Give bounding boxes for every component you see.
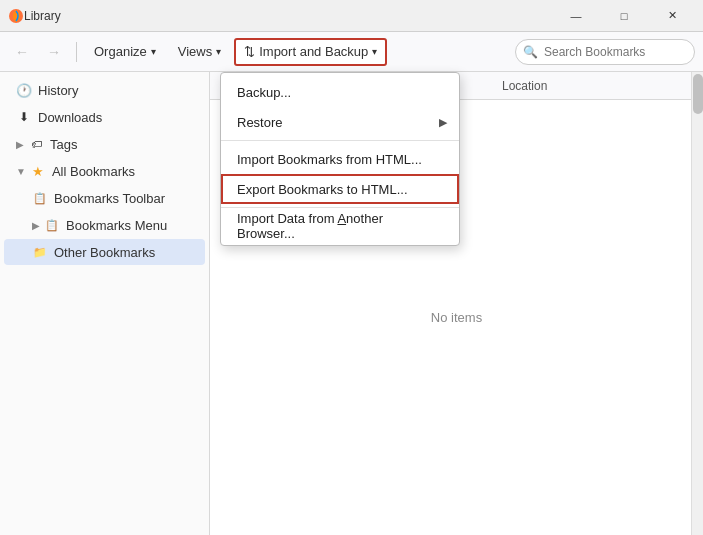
views-chevron-icon: ▾ [216,46,221,57]
tags-icon: 🏷 [28,138,44,150]
organize-label: Organize [94,44,147,59]
menu-separator-1 [221,140,459,141]
scrollbar-thumb[interactable] [693,74,703,114]
restore-label: Restore [237,115,283,130]
sidebar-item-all-bookmarks[interactable]: ▼ ★ All Bookmarks [4,158,205,184]
close-button[interactable]: ✕ [649,2,695,30]
import-backup-label: Import and Backup [259,44,368,59]
menu-item-import-browser[interactable]: Import Data from Another Browser... [221,211,459,241]
toolbar-separator-1 [76,42,77,62]
firefox-logo-icon [8,8,24,24]
menu-item-backup[interactable]: Backup... [221,77,459,107]
export-html-label: Export Bookmarks to HTML... [237,182,408,197]
backup-label: Backup... [237,85,291,100]
other-bookmarks-icon: 📁 [32,246,48,259]
search-input[interactable] [515,39,695,65]
scrollbar-track [691,72,703,535]
sidebar-item-history[interactable]: 🕐 History [4,77,205,103]
sidebar-item-tags[interactable]: ▶ 🏷 Tags [4,131,205,157]
organize-button[interactable]: Organize ▾ [85,38,165,66]
menu-separator-2 [221,207,459,208]
menu-item-export-html[interactable]: Export Bookmarks to HTML... [221,174,459,204]
bookmarks-menu-icon: 📋 [44,219,60,232]
window-controls: — □ ✕ [553,2,695,30]
bookmarks-toolbar-icon: 📋 [32,192,48,205]
downloads-icon: ⬇ [16,110,32,124]
bookmarks-menu-arrow: ▶ [32,220,40,231]
sidebar: 🕐 History ⬇ Downloads ▶ 🏷 Tags ▼ ★ All B… [0,72,210,535]
import-backup-arrows-icon: ⇅ [244,44,255,59]
sidebar-item-bookmarks-menu-label: Bookmarks Menu [66,218,197,233]
import-browser-label: Import Data from Another Browser... [237,211,443,241]
search-box: 🔍 [515,39,695,65]
all-bookmarks-collapse-arrow: ▼ [16,166,26,177]
sidebar-item-other-bookmarks-label: Other Bookmarks [54,245,197,260]
menu-item-import-html[interactable]: Import Bookmarks from HTML... [221,144,459,174]
sidebar-item-downloads[interactable]: ⬇ Downloads [4,104,205,130]
back-button[interactable]: ← [8,38,36,66]
import-backup-button[interactable]: ⇅ Import and Backup ▾ [234,38,387,66]
sidebar-item-tags-label: Tags [50,137,197,152]
history-icon: 🕐 [16,83,32,98]
sidebar-item-downloads-label: Downloads [38,110,197,125]
search-icon: 🔍 [523,45,538,59]
window-title: Library [24,9,553,23]
sidebar-item-other-bookmarks[interactable]: 📁 Other Bookmarks [4,239,205,265]
restore-submenu-arrow-icon: ▶ [439,116,447,129]
import-browser-underline: A [337,211,346,226]
empty-message: No items [431,310,482,325]
column-header-location: Location [502,79,691,93]
sidebar-item-bookmarks-toolbar[interactable]: 📋 Bookmarks Toolbar [4,185,205,211]
import-backup-chevron-icon: ▾ [372,46,377,57]
tags-expand-arrow: ▶ [16,139,24,150]
organize-chevron-icon: ▾ [151,46,156,57]
sidebar-item-bookmarks-menu[interactable]: ▶ 📋 Bookmarks Menu [4,212,205,238]
minimize-button[interactable]: — [553,2,599,30]
all-bookmarks-icon: ★ [30,164,46,179]
forward-button[interactable]: → [40,38,68,66]
maximize-button[interactable]: □ [601,2,647,30]
views-button[interactable]: Views ▾ [169,38,230,66]
import-backup-dropdown: Backup... Restore ▶ Import Bookmarks fro… [220,72,460,246]
sidebar-item-all-bookmarks-label: All Bookmarks [52,164,197,179]
sidebar-item-history-label: History [38,83,197,98]
toolbar: ← → Organize ▾ Views ▾ ⇅ Import and Back… [0,32,703,72]
views-label: Views [178,44,212,59]
sidebar-item-bookmarks-toolbar-label: Bookmarks Toolbar [54,191,197,206]
title-bar: Library — □ ✕ [0,0,703,32]
import-html-label: Import Bookmarks from HTML... [237,152,422,167]
menu-item-restore[interactable]: Restore ▶ [221,107,459,137]
